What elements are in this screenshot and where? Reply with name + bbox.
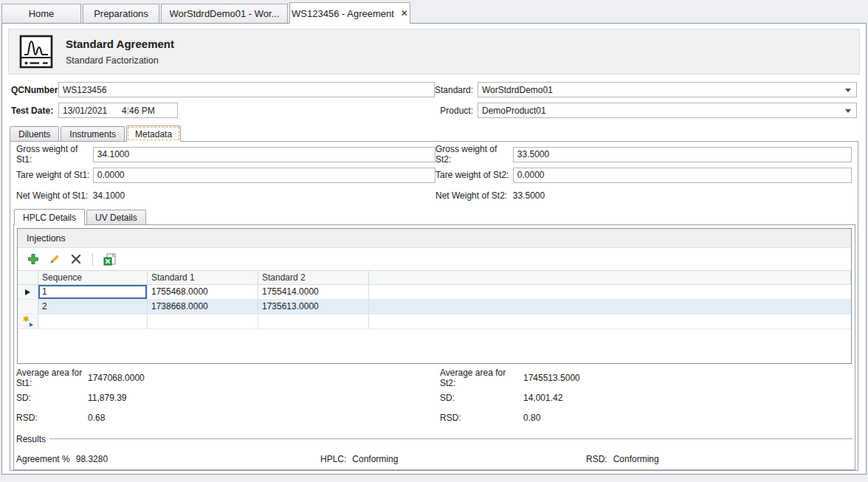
cell-standard2-1[interactable]: 1755414.0000 [258, 285, 369, 299]
add-icon [27, 253, 39, 265]
gross-st2-label: Gross weight of St2: [435, 144, 509, 165]
cell-new[interactable] [148, 314, 258, 328]
test-date-label: Test Date: [11, 106, 58, 116]
add-row-button[interactable] [27, 252, 40, 266]
tab-preparations-label: Preparations [94, 8, 148, 19]
cell-standard1-2[interactable]: 1738668.0000 [148, 300, 258, 314]
column-header-standard1[interactable]: Standard 1 [148, 271, 258, 284]
detail-tabstrip: HPLC Details UV Details [10, 209, 858, 224]
cell-filler[interactable] [369, 285, 851, 299]
chevron-down-icon[interactable] [845, 89, 851, 92]
tab-metadata[interactable]: Metadata [126, 125, 181, 142]
tab-diluents[interactable]: Diluents [10, 126, 59, 141]
gross-st2-input[interactable] [513, 147, 852, 162]
rsd-result-label: RSD: [586, 454, 607, 464]
tare-st2-input[interactable] [513, 168, 852, 183]
tab-worstdrddemo01-label: WorStdrdDemo01 - Wor... [169, 8, 279, 19]
qcnumber-input[interactable] [58, 82, 435, 97]
injections-grid: Sequence Standard 1 Standard 2 1 1755468… [18, 270, 851, 329]
agreement-page: Standard Agreement Standard Factorizatio… [1, 23, 867, 475]
export-excel-button[interactable] [103, 252, 116, 266]
tab-ws123456-agreement-label: WS123456 - Agreement [292, 8, 394, 19]
grid-corner-cell[interactable] [18, 271, 38, 284]
row-header-new[interactable]: ✱ [18, 314, 38, 328]
standard-combobox[interactable]: WorStdrdDemo01 [478, 82, 857, 97]
row-header[interactable] [18, 300, 38, 314]
page-subtitle: Standard Factorization [66, 55, 174, 66]
tab-home[interactable]: Home [1, 4, 81, 23]
injections-panel: Injections [17, 228, 852, 364]
cell-standard1-1[interactable]: 1755468.0000 [148, 285, 258, 299]
column-header-sequence[interactable]: Sequence [38, 271, 148, 284]
product-combobox-value: DemoProduct01 [482, 106, 546, 116]
injections-toolbar [18, 248, 851, 270]
grid-header-row: Sequence Standard 1 Standard 2 [18, 270, 851, 285]
column-header-standard2[interactable]: Standard 2 [258, 271, 369, 284]
product-combobox[interactable]: DemoProduct01 [478, 103, 857, 118]
chevron-down-icon[interactable] [845, 109, 851, 113]
tab-instruments[interactable]: Instruments [61, 126, 125, 141]
test-date-value: 13/01/2021 [63, 106, 122, 116]
page-title: Standard Agreement [66, 38, 174, 50]
form-area: QCNumber: Standard: WorStdrdDemo01 Test … [2, 75, 866, 118]
tab-metadata-label: Metadata [135, 129, 172, 140]
close-icon[interactable]: ✕ [401, 9, 408, 18]
cell-new[interactable] [38, 314, 148, 328]
row-header-current[interactable] [18, 285, 38, 299]
avg-st2-value: 1745513.5000 [523, 373, 580, 383]
tab-preparations[interactable]: Preparations [83, 4, 159, 23]
results-group-separator: Results [16, 433, 852, 444]
tab-ws123456-agreement[interactable]: WS123456 - Agreement ✕ [289, 2, 410, 24]
header-titles: Standard Agreement Standard Factorizatio… [66, 38, 174, 66]
sd-st1-value: 11,879.39 [88, 393, 127, 403]
metadata-tabpage: Gross weight of St1: Gross weight of St2… [10, 141, 858, 471]
delete-row-button[interactable] [69, 252, 83, 266]
chromatogram-icon [19, 35, 53, 69]
qcnumber-label: QCNumber: [11, 85, 58, 95]
results-row: Agreement % 98.3280 HPLC: Conforming RSD… [14, 453, 855, 464]
edit-pencil-icon [49, 253, 61, 265]
tab-worstdrddemo01[interactable]: WorStdrdDemo01 - Wor... [161, 4, 288, 23]
new-row[interactable]: ✱ [18, 314, 851, 329]
tab-hplc-details[interactable]: HPLC Details [14, 209, 85, 225]
column-header-filler [369, 271, 851, 284]
cell-new[interactable] [258, 314, 369, 328]
hplc-result-label: HPLC: [320, 454, 346, 464]
net-st1-value: 34.1000 [93, 190, 435, 201]
edit-row-button[interactable] [48, 252, 61, 266]
test-time-value: 4:46 PM [122, 106, 155, 116]
agreement-label: Agreement % [16, 454, 70, 464]
standard-label: Standard: [435, 85, 473, 95]
tare-st1-input[interactable] [93, 168, 435, 183]
gross-st1-label: Gross weight of St1: [16, 144, 93, 165]
tab-uv-details-label: UV Details [95, 213, 137, 223]
cell-filler[interactable] [369, 300, 851, 314]
tab-uv-details[interactable]: UV Details [86, 210, 146, 224]
cell-sequence-2[interactable]: 2 [38, 300, 148, 314]
current-row-arrow-icon [25, 289, 30, 295]
test-date-input[interactable]: 13/01/2021 4:46 PM [58, 103, 178, 118]
gross-st1-input[interactable] [93, 147, 435, 162]
rsd-st2-label: RSD: [440, 413, 523, 423]
weights-section: Gross weight of St1: Gross weight of St2… [10, 142, 858, 202]
cell-standard2-2[interactable]: 1735613.0000 [258, 300, 369, 314]
cell-filler[interactable] [369, 314, 851, 328]
hplc-result: HPLC: Conforming [320, 454, 586, 464]
table-row[interactable]: 2 1738668.0000 1735613.0000 [18, 300, 851, 314]
page-header: Standard Agreement Standard Factorizatio… [8, 29, 860, 75]
hplc-details-tabpage: Injections [13, 224, 855, 470]
application-window: Home Preparations WorStdrdDemo01 - Wor..… [0, 0, 868, 475]
document-tabstrip: Home Preparations WorStdrdDemo01 - Wor..… [0, 0, 868, 23]
toolbar-separator [92, 253, 93, 266]
net-st2-value: 33.5000 [513, 190, 852, 201]
st2-stats: Average area for St2: 1745513.5000 SD: 1… [440, 373, 580, 433]
st1-stats: Average area for St1: 1747068.0000 SD: 1… [16, 373, 440, 433]
rsd-result: RSD: Conforming [586, 454, 659, 464]
tab-hplc-details-label: HPLC Details [23, 213, 76, 223]
tab-home-label: Home [29, 8, 55, 19]
separator-line [49, 438, 852, 439]
avg-st1-label: Average area for St1: [16, 368, 88, 388]
table-row[interactable]: 1 1755468.0000 1755414.0000 [18, 285, 851, 300]
agreement-result: Agreement % 98.3280 [16, 454, 320, 464]
cell-sequence-1[interactable]: 1 [38, 285, 148, 299]
